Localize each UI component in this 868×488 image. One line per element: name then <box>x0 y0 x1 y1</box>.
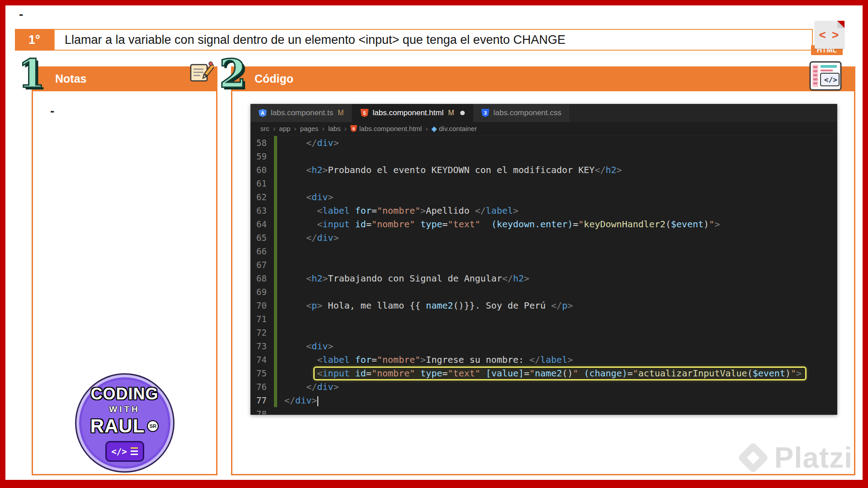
code-line-72[interactable]: 72 <box>250 326 837 339</box>
line-number: 67 <box>250 258 274 272</box>
section-number-2: 2 <box>219 54 246 93</box>
git-gutter <box>274 339 277 353</box>
line-number: 71 <box>250 312 274 326</box>
line-number: 58 <box>250 136 274 150</box>
git-modified-badge: M <box>338 109 344 117</box>
breadcrumb-separator: › <box>294 125 296 133</box>
line-number: 64 <box>250 217 274 231</box>
code-text: <h2>Trabajando con Signal de Angular</h2… <box>284 272 529 285</box>
code-line-77[interactable]: 77</div> <box>250 394 837 407</box>
page-icon: < > <box>815 21 844 49</box>
line-number: 69 <box>250 285 274 299</box>
breadcrumb-separator: › <box>425 125 428 133</box>
coding-with-raul-logo: CODING WITH RAUL SR </> <box>76 375 173 471</box>
breadcrumb-separator: › <box>273 125 275 133</box>
code-line-68[interactable]: 68 <h2>Trabajando con Signal de Angular<… <box>250 272 837 285</box>
page-fold-icon <box>837 21 844 28</box>
logo-code-chip: </> <box>105 441 144 462</box>
css3-icon: 3 <box>481 109 490 117</box>
code-text: <div> <box>284 339 333 353</box>
git-gutter <box>274 163 277 177</box>
notes-panel-header: Notas <box>32 66 217 91</box>
logo-text-raul: RAUL <box>90 415 145 437</box>
slide-page: - 1° Llamar a la variable con signal den… <box>0 0 868 488</box>
code-line-60[interactable]: 60 <h2>Probando el evento KEYDOWN con el… <box>250 163 837 177</box>
code-text: <label for="nombre">Ingrese su nombre: <… <box>284 353 573 366</box>
git-gutter <box>274 353 277 366</box>
code-line-74[interactable]: 74 <label for="nombre">Ingrese su nombre… <box>250 353 837 366</box>
code-line-58[interactable]: 58 </div> <box>250 136 837 150</box>
page-title: Llamar a la variable con signal dentro d… <box>65 33 566 47</box>
symbol-element-icon: ◈ <box>431 125 437 132</box>
breadcrumb-label: div.container <box>439 125 477 132</box>
code-line-64[interactable]: 64 <input id="nombre" type="text" (keydo… <box>250 217 837 231</box>
code-line-76[interactable]: 76 </div> <box>250 380 837 394</box>
code-line-71[interactable]: 71 <box>250 312 837 326</box>
logo-sr-badge: SR <box>147 420 159 432</box>
code-text: <p> Hola, me llamo {{ name2()}}. Soy de … <box>284 299 573 312</box>
code-glyph: </> <box>111 446 127 456</box>
platzi-text: Platzi <box>774 441 853 474</box>
line-number: 66 <box>250 244 274 258</box>
platzi-watermark: Platzi <box>742 441 853 474</box>
breadcrumb-item-labs.component.html[interactable]: 5labs.component.html <box>350 125 422 132</box>
git-gutter <box>274 299 277 312</box>
code-text: </div> <box>284 380 339 394</box>
git-gutter <box>274 217 277 231</box>
code-text: <div> <box>284 190 333 204</box>
line-number: 62 <box>250 190 274 204</box>
git-gutter <box>274 204 277 217</box>
line-number: 74 <box>250 353 274 366</box>
code-text: <input id="nombre" type="text" (keydown.… <box>284 217 720 231</box>
logo-text-raul-row: RAUL SR <box>90 415 159 437</box>
tab-label: labs.component.ts <box>271 108 333 117</box>
line-number: 73 <box>250 339 274 353</box>
git-gutter <box>274 136 277 150</box>
logo-text-with: WITH <box>109 404 140 414</box>
code-line-65[interactable]: 65 </div> <box>250 231 837 244</box>
code-line-78[interactable]: 78 <box>250 407 837 414</box>
dirty-indicator[interactable] <box>460 111 465 115</box>
code-text: </div> <box>284 231 339 244</box>
code-area: 58 </div>5960 <h2>Probando el evento KEY… <box>250 136 837 414</box>
code-text: <label for="nombre">Apellido </label> <box>284 204 519 217</box>
breadcrumb-item-pages[interactable]: pages <box>300 125 319 132</box>
git-modified-badge: M <box>448 109 454 117</box>
code-text: </div> <box>284 136 339 150</box>
code-text: <h2>Probando el evento KEYDOWN con el mo… <box>284 163 622 177</box>
tab-labs.component.css[interactable]: 3labs.component.css <box>473 104 570 122</box>
code-line-59[interactable]: 59 <box>250 150 837 163</box>
code-line-69[interactable]: 69 <box>250 285 837 299</box>
breadcrumb-item-src[interactable]: src <box>260 125 269 132</box>
code-line-63[interactable]: 63 <label for="nombre">Apellido </label> <box>250 204 837 217</box>
code-line-66[interactable]: 66 <box>250 244 837 258</box>
tab-labs.component.ts[interactable]: Alabs.component.tsM <box>250 104 352 122</box>
breadcrumb-item-div.container[interactable]: ◈div.container <box>431 125 476 132</box>
code-panel-body: Alabs.component.tsM5labs.component.htmlM… <box>231 91 855 475</box>
tab-label: labs.component.css <box>494 108 561 117</box>
html-file-badge: < > HTML <box>811 21 846 55</box>
git-gutter <box>274 244 277 258</box>
git-gutter <box>274 312 277 326</box>
code-line-67[interactable]: 67 <box>250 258 837 272</box>
git-gutter <box>274 190 277 204</box>
code-line-61[interactable]: 61 <box>250 177 837 190</box>
title-bar: 1° Llamar a la variable con signal dentr… <box>15 29 813 51</box>
line-number: 68 <box>250 272 274 285</box>
code-line-73[interactable]: 73 <div> <box>250 339 837 353</box>
line-number: 75 <box>250 366 274 380</box>
top-dash-text: - <box>19 7 23 22</box>
git-gutter <box>274 272 277 285</box>
line-number: 76 <box>250 380 274 394</box>
breadcrumb: src›app›pages›labs›5labs.component.html›… <box>250 122 837 136</box>
breadcrumb-item-labs[interactable]: labs <box>328 125 341 132</box>
code-line-62[interactable]: 62 <div> <box>250 190 837 204</box>
breadcrumb-label: pages <box>300 125 319 132</box>
highlight-box: <input id="nombre" type="text" [value]="… <box>313 366 807 380</box>
code-line-75[interactable]: 75 <input id="nombre" type="text" [value… <box>250 366 837 380</box>
line-number: 59 <box>250 150 274 163</box>
code-header-label: Código <box>255 72 293 85</box>
breadcrumb-item-app[interactable]: app <box>279 125 290 132</box>
tab-labs.component.html[interactable]: 5labs.component.htmlM <box>352 104 473 122</box>
code-line-70[interactable]: 70 <p> Hola, me llamo {{ name2()}}. Soy … <box>250 299 837 312</box>
